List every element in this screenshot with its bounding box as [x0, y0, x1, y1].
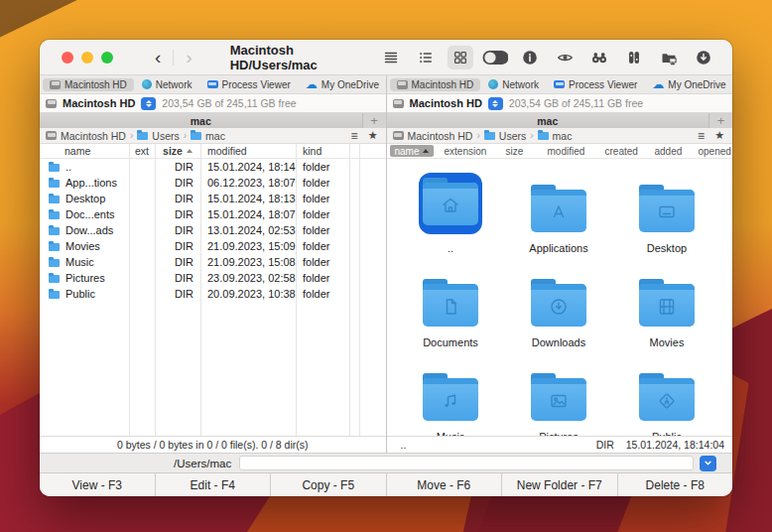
drive-select-stepper[interactable] [488, 97, 503, 110]
table-row[interactable]: Dow...ads DIR 13.01.2024, 02:53 folder [40, 222, 386, 238]
header-name[interactable]: name [40, 145, 129, 157]
table-row[interactable]: Music DIR 21.09.2023, 15:08 folder [40, 254, 386, 270]
breadcrumb-item[interactable]: Users [152, 130, 179, 142]
minimize-button[interactable] [81, 52, 93, 64]
file-modified: 06.12.2023, 18:07 [200, 177, 296, 189]
grid-item-music[interactable]: Music [397, 361, 505, 436]
grid-item-label: Downloads [532, 336, 585, 348]
table-row[interactable]: Movies DIR 21.09.2023, 15:09 folder [40, 238, 386, 254]
header-modified[interactable]: modified [200, 145, 296, 157]
drive-tab-network[interactable]: Network [135, 78, 199, 91]
grid-item-documents[interactable]: Documents [397, 267, 505, 348]
free-space-label: 203,54 GB of 245,11 GB free [162, 97, 296, 109]
breadcrumb-item[interactable]: mac [205, 130, 225, 142]
header-size[interactable]: size [500, 146, 542, 157]
forward-button[interactable]: › [174, 48, 203, 66]
header-opened[interactable]: opened [693, 146, 733, 157]
grid-item-public[interactable]: Public [613, 361, 721, 436]
close-button[interactable] [62, 52, 73, 64]
grid-item-movies[interactable]: Movies [613, 267, 721, 348]
downloads-icon[interactable] [691, 46, 716, 69]
grid-item-pictures[interactable]: Pictures [505, 361, 613, 436]
file-size: DIR [155, 256, 200, 268]
desktop-window-icon [655, 200, 679, 224]
drive-tab-process-viewer[interactable]: Process Viewer [200, 78, 298, 91]
favorite-star-icon[interactable]: ★ [714, 130, 724, 141]
add-tab-button[interactable]: + [362, 113, 386, 128]
hard-drive-icon [46, 131, 57, 140]
command-input[interactable] [239, 456, 694, 470]
delete-f8-button[interactable]: Delete - F8 [618, 473, 733, 496]
drive-tab-process-viewer[interactable]: Process Viewer [547, 78, 644, 91]
drive-tab-onedrive[interactable]: ☁My OneDrive [645, 78, 732, 91]
folder-icon [49, 196, 60, 203]
zoom-button[interactable] [101, 52, 113, 64]
grid-item-desktop[interactable]: Desktop [613, 173, 721, 254]
table-row[interactable]: Doc...ents DIR 15.01.2024, 18:07 folder [40, 206, 386, 222]
folder-icon [49, 243, 60, 251]
grid-item-applications[interactable]: Applications [505, 173, 613, 254]
header-added[interactable]: added [649, 146, 693, 157]
breadcrumb-item[interactable]: Macintosh HD [408, 130, 473, 142]
folder-tab-mac[interactable]: mac [40, 113, 362, 128]
drive-tab-onedrive[interactable]: ☁My OneDrive [299, 78, 386, 91]
breadcrumb-left: Macintosh HD › Users › mac ≡ ★ [40, 128, 386, 144]
move-f6-button[interactable]: Move - F6 [387, 473, 503, 496]
selected-file-name: .. [387, 439, 407, 451]
preview-eye-icon[interactable] [552, 46, 578, 69]
table-row[interactable]: Pictures DIR 23.09.2023, 02:58 folder [40, 270, 386, 286]
file-kind: folder [296, 240, 349, 252]
header-size[interactable]: size [155, 145, 200, 157]
document-icon [439, 295, 462, 319]
sort-ascending-icon [187, 149, 193, 153]
info-icon[interactable] [517, 46, 543, 69]
table-row[interactable]: App...tions DIR 06.12.2023, 18:07 folder [40, 175, 386, 191]
header-modified[interactable]: modified [542, 146, 599, 157]
grid-item-downloads[interactable]: Downloads [505, 267, 613, 348]
process-viewer-icon [554, 80, 565, 88]
header-ext[interactable]: ext [129, 145, 155, 157]
drive-tab-label: Network [502, 79, 539, 90]
breadcrumb-item[interactable]: Macintosh HD [61, 130, 126, 142]
table-row[interactable]: Desktop DIR 15.01.2024, 18:13 folder [40, 191, 386, 206]
new-folder-f7-button[interactable]: New Folder - F7 [502, 473, 618, 496]
drive-tab-macintosh-hd[interactable]: Macintosh HD [390, 78, 481, 91]
search-binoculars-icon[interactable] [586, 46, 612, 69]
dual-pane-toggle[interactable] [482, 46, 508, 69]
cloud-icon: ☁ [652, 79, 664, 89]
file-kind: folder [296, 177, 349, 189]
command-history-dropdown[interactable] [700, 456, 716, 471]
favorite-star-icon[interactable]: ★ [368, 130, 378, 141]
path-menu-icon[interactable]: ≡ [351, 130, 358, 142]
drive-select-stepper[interactable] [141, 97, 156, 110]
breadcrumb-item[interactable]: mac [553, 130, 573, 142]
thumbnails-view-icon[interactable] [448, 46, 473, 69]
breadcrumb-right: Macintosh HD › Users › mac ≡ ★ [387, 128, 733, 144]
folder-icon [538, 132, 549, 140]
compare-panes-icon[interactable] [621, 46, 647, 69]
header-name[interactable]: name [387, 145, 439, 157]
header-extension[interactable]: extension [439, 146, 500, 157]
back-button[interactable]: ‹ [143, 48, 173, 66]
edit-f4-button[interactable]: Edit - F4 [156, 473, 272, 496]
network-folder-icon[interactable] [656, 46, 682, 69]
drive-tab-macintosh-hd[interactable]: Macintosh HD [43, 78, 134, 91]
grid-item-parent[interactable]: .. [397, 173, 505, 254]
drive-info-left: Macintosh HD 203,54 GB of 245,11 GB free [40, 94, 386, 113]
drive-tab-network[interactable]: Network [481, 78, 546, 91]
header-created[interactable]: created [599, 146, 649, 157]
header-kind[interactable]: kind [296, 145, 349, 157]
table-row[interactable]: .. DIR 15.01.2024, 18:14 folder [40, 159, 386, 175]
breadcrumb-item[interactable]: Users [499, 130, 526, 142]
full-list-view-icon[interactable] [378, 46, 404, 69]
path-menu-icon[interactable]: ≡ [698, 130, 705, 142]
view-f3-button[interactable]: View - F3 [40, 473, 156, 496]
copy-f5-button[interactable]: Copy - F5 [271, 473, 387, 496]
add-tab-button[interactable]: + [708, 113, 732, 128]
table-row[interactable]: Public DIR 20.09.2023, 10:38 folder [40, 286, 386, 302]
brief-list-view-icon[interactable] [413, 46, 439, 69]
folder-tab-mac[interactable]: mac [387, 113, 709, 128]
file-kind: folder [296, 208, 349, 220]
drive-tab-label: Process Viewer [569, 79, 637, 90]
file-name: .. [65, 161, 71, 173]
